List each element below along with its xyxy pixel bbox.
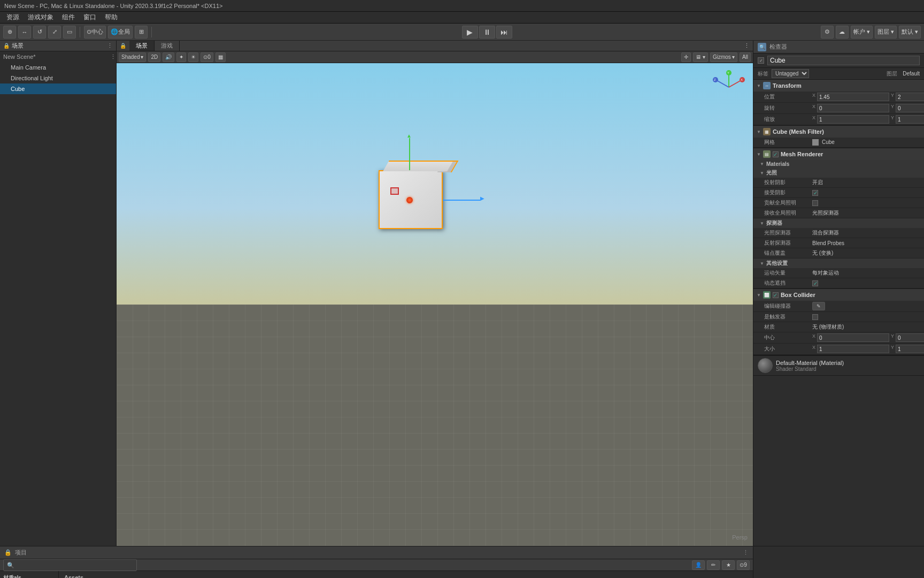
layout-btn[interactable]: 默认 ▾ (899, 26, 921, 39)
audio-btn[interactable]: 🔊 (163, 52, 174, 62)
title-bar: New Scene - PC, Mac & Linux Standalone -… (0, 0, 924, 12)
project-view-btn1[interactable]: 👤 (692, 560, 705, 570)
project-more-icon[interactable]: ⋮ (743, 549, 749, 556)
hierarchy-more-icon[interactable]: ⋮ (107, 42, 113, 49)
inspector-panel: 🔍 检查器 ✓ 标签 Untagged 图层 Default ▼ ↔ Trans… (753, 41, 924, 546)
object-name-field[interactable] (767, 56, 920, 65)
collab-btn[interactable]: ⚙ (821, 26, 834, 39)
tool-move[interactable]: ↔ (18, 26, 31, 39)
default-material-row: Default-Material (Material) Shader Stand… (753, 355, 924, 375)
mesh-icon (812, 139, 819, 146)
menu-component[interactable]: 组件 (58, 12, 79, 23)
hierarchy-scene-root[interactable]: New Scene* ⋮ (0, 51, 116, 62)
rot-x-field[interactable] (817, 104, 889, 112)
viewport-tabs: 🔒 场景 游戏 ⋮ (117, 41, 753, 51)
hierarchy-item-maincamera[interactable]: Main Camera (0, 62, 116, 73)
cloud-btn[interactable]: ☁ (836, 26, 849, 39)
global-toggle[interactable]: 🌐 全局 (108, 26, 133, 39)
pivot-toggle[interactable]: ⊙ 中心 (84, 26, 106, 39)
pos-x-field[interactable] (817, 93, 889, 101)
tool-rect[interactable]: ▭ (63, 26, 76, 39)
tool-scale[interactable]: ⤢ (48, 26, 61, 39)
tag-select[interactable]: Untagged (772, 69, 809, 78)
meshrenderer-icon: ▤ (763, 150, 771, 158)
center-y-field[interactable] (896, 333, 924, 342)
bottom-panel: 🔒 项目 ⋮ 👤 ✏ ★ ⊙9 材质als Models Prefabs es (0, 546, 924, 578)
meshrenderer-enabled[interactable]: ✓ (773, 151, 779, 157)
tab-game[interactable]: 游戏 (155, 41, 180, 51)
hierarchy-lock-btn[interactable]: 🔒 (117, 41, 129, 51)
scene-view[interactable]: Y X Z (117, 63, 753, 546)
size-y-field[interactable] (896, 345, 924, 353)
layer-value: Default (903, 71, 920, 77)
viewport-area: 🔒 场景 游戏 ⋮ Shaded ▾ 2D 🔊 ✦ ☀ ⊙0 ▦ (117, 41, 753, 546)
scene-viewport-options[interactable]: 🖥 ▾ (693, 52, 708, 62)
svg-text:Y: Y (727, 71, 729, 74)
menu-gameobject[interactable]: 游戏对象 (24, 12, 58, 23)
fx-btn[interactable]: ✦ (176, 52, 186, 62)
rot-y-field[interactable] (896, 104, 924, 112)
scene-skybox-btn[interactable]: ⊙0 (201, 52, 213, 62)
mesh-filter-header[interactable]: ▼ ▦ Cube (Mesh Filter) (753, 126, 924, 138)
lighting-section[interactable]: ▼ 光照 (753, 168, 924, 178)
center-x-field[interactable] (817, 333, 889, 342)
project-view-btn2[interactable]: ✏ (707, 560, 720, 570)
contribute-gi-label: 贡献全局照明 (764, 199, 812, 207)
transform-header[interactable]: ▼ ↔ Transform (753, 80, 924, 92)
tool-rotate[interactable]: ↺ (33, 26, 46, 39)
viewport-more-icon[interactable]: ⋮ (740, 41, 753, 51)
play-button[interactable]: ▶ (462, 26, 478, 39)
project-search-input[interactable] (3, 559, 137, 571)
grid-toggle[interactable]: ⊞ (135, 26, 148, 39)
project-panel-header: 🔒 项目 ⋮ (0, 546, 753, 559)
folder-item-materials[interactable]: 材质als (0, 573, 58, 578)
hierarchy-item-dirlight[interactable]: Directional Light (0, 73, 116, 83)
layers-btn[interactable]: 图层 ▾ (875, 26, 897, 39)
dynamic-occlusion-check[interactable]: ✓ (812, 280, 818, 286)
scene-extra-btn[interactable]: ▦ (215, 52, 226, 62)
scale-y-field[interactable] (896, 115, 924, 124)
mesh-renderer-header[interactable]: ▼ ▤ ✓ Mesh Renderer (753, 148, 924, 160)
tab-scene[interactable]: 场景 (129, 41, 155, 51)
cube-object[interactable] (379, 170, 443, 229)
boxcollider-enabled[interactable]: ✓ (773, 292, 779, 298)
hierarchy-item-cube[interactable]: Cube (0, 83, 116, 94)
reflection-probes-label: 反射探测器 (764, 239, 812, 247)
menu-window[interactable]: 窗口 (79, 12, 101, 23)
pos-y-field[interactable] (896, 93, 924, 101)
pause-button[interactable]: ⏸ (479, 26, 495, 39)
object-active-toggle[interactable]: ✓ (758, 57, 764, 64)
pivot-icon: ⊙ (87, 28, 91, 35)
hierarchy-panel: 🔒 场景 ⋮ New Scene* ⋮ Main Camera Directio… (0, 41, 117, 546)
gizmos-toggle[interactable]: Gizmos ▾ (710, 52, 737, 62)
probes-section[interactable]: ▼ 探测器 (753, 218, 924, 228)
step-button[interactable]: ⏭ (496, 26, 512, 39)
additional-arrow: ▼ (760, 261, 764, 266)
scale-x-field[interactable] (817, 115, 889, 124)
contribute-gi-check[interactable] (812, 200, 818, 206)
edit-collider-btn[interactable]: ✎ (812, 302, 825, 310)
scene-light-btn[interactable]: ☀ (188, 52, 198, 62)
project-star-btn[interactable]: ★ (722, 560, 735, 570)
tool-hand[interactable]: ⊕ (3, 26, 16, 39)
box-collider-header[interactable]: ▼ ⬜ ✓ Box Collider (753, 289, 924, 301)
edit-collider-label: 编辑碰撞器 (764, 302, 812, 310)
collider-material-row: 材质 无 (物理材质) (753, 322, 924, 332)
materials-section[interactable]: ▼ Materials (753, 160, 924, 168)
collider-material-label: 材质 (764, 323, 812, 331)
account-btn[interactable]: 帐户 ▾ (851, 26, 873, 39)
2d-toggle[interactable]: 2D (148, 52, 160, 62)
receive-shadows-check[interactable]: ✓ (812, 190, 818, 196)
menu-help[interactable]: 帮助 (101, 12, 122, 23)
dynamic-occlusion-row: 动态遮挡 ✓ (753, 278, 924, 288)
scene-orientation-gizmo[interactable]: Y X Z (710, 69, 748, 106)
size-x-field[interactable] (817, 345, 889, 353)
all-layers-select[interactable]: All (740, 52, 751, 62)
additional-settings-section[interactable]: ▼ 其他设置 (753, 258, 924, 268)
menu-assets[interactable]: 资源 (2, 12, 24, 23)
is-trigger-check[interactable] (812, 314, 818, 320)
shading-select[interactable]: Shaded ▾ (119, 52, 146, 62)
scene-gizmo-crosshair[interactable]: ✛ (681, 52, 691, 62)
cube-inner-indicator (390, 187, 399, 195)
hierarchy-scene-tab[interactable]: 场景 (12, 42, 24, 50)
